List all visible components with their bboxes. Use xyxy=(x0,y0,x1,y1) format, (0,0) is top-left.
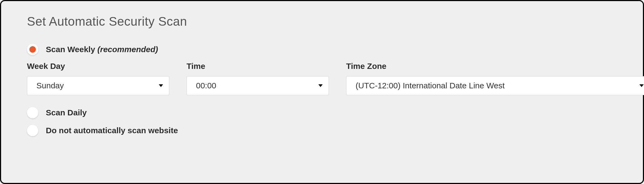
radio-row-none: Do not automatically scan website xyxy=(27,125,617,136)
radio-scan-weekly[interactable] xyxy=(27,44,38,55)
select-time[interactable]: 00:00 xyxy=(187,76,329,95)
radio-label-weekly: Scan Weekly (recommended) xyxy=(46,45,158,54)
select-weekday-value: Sunday xyxy=(36,81,64,90)
select-time-value: 00:00 xyxy=(196,81,216,90)
radio-scan-daily[interactable] xyxy=(27,107,38,118)
recommended-text: (recommended) xyxy=(97,45,158,54)
radio-selected-dot-icon xyxy=(29,46,36,53)
field-label-time: Time xyxy=(187,62,329,71)
field-time: Time 00:00 xyxy=(187,62,329,95)
radio-label-none: Do not automatically scan website xyxy=(46,126,178,135)
select-weekday[interactable]: Sunday xyxy=(27,76,169,95)
radio-row-daily: Scan Daily xyxy=(27,107,617,118)
field-timezone: Time Zone (UTC-12:00) International Date… xyxy=(346,62,644,95)
chevron-down-icon xyxy=(159,84,163,87)
field-weekday: Week Day Sunday xyxy=(27,62,169,95)
chevron-down-icon xyxy=(318,84,323,87)
chevron-down-icon xyxy=(639,84,644,87)
field-label-timezone: Time Zone xyxy=(346,62,644,71)
radio-label-weekly-text: Scan Weekly xyxy=(46,45,97,54)
radio-scan-none[interactable] xyxy=(27,125,38,136)
radio-row-weekly: Scan Weekly (recommended) xyxy=(27,44,617,55)
select-timezone-value: (UTC-12:00) International Date Line West xyxy=(356,81,505,90)
radio-label-daily: Scan Daily xyxy=(46,108,87,117)
weekly-schedule-fields: Week Day Sunday Time 00:00 Time Zone (UT… xyxy=(27,62,617,95)
select-timezone[interactable]: (UTC-12:00) International Date Line West xyxy=(346,76,644,95)
panel-title: Set Automatic Security Scan xyxy=(27,14,617,29)
security-scan-settings-panel: Set Automatic Security Scan Scan Weekly … xyxy=(0,0,644,184)
field-label-weekday: Week Day xyxy=(27,62,169,71)
